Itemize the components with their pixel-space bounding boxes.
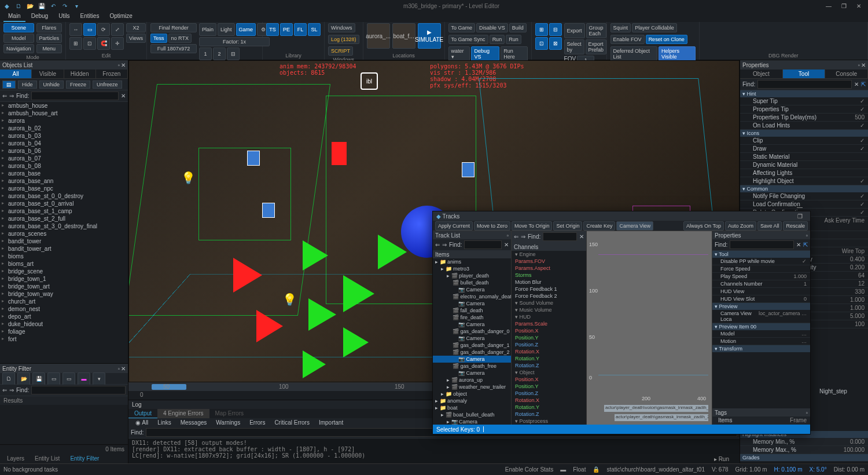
- tree-item[interactable]: aurora_b_02: [0, 125, 128, 132]
- rotate-icon[interactable]: ⟳: [97, 23, 110, 36]
- x2-button[interactable]: X2: [126, 23, 146, 32]
- channel-item[interactable]: Force Feedback 1: [512, 286, 586, 293]
- menu-main[interactable]: Main: [3, 12, 25, 22]
- next-icon[interactable]: ⇒: [9, 93, 14, 99]
- prop-row[interactable]: Super Tip✓: [740, 97, 868, 105]
- close-panel-icon[interactable]: ✕: [121, 62, 126, 68]
- tree-item[interactable]: aurora: [0, 117, 128, 125]
- prop-row[interactable]: Draw✓: [740, 145, 868, 153]
- tl-find-input[interactable]: [464, 240, 502, 249]
- ef5-icon[interactable]: ▭: [62, 372, 75, 385]
- close-icon[interactable]: ✕: [852, 1, 866, 10]
- pin-icon[interactable]: ▫: [117, 62, 120, 68]
- tree-item[interactable]: bridge_town_1: [0, 275, 128, 283]
- qat-undo-icon[interactable]: ↶: [49, 1, 58, 10]
- tracks-tb-button[interactable]: Save All: [757, 221, 782, 231]
- channel-item[interactable]: ▾ Engine: [512, 251, 586, 258]
- prop-row[interactable]: Highlight Object✓: [740, 177, 868, 185]
- filter-icon[interactable]: ▤: [2, 81, 16, 89]
- water-dropdown[interactable]: water ▾: [448, 46, 470, 61]
- ibl-icon[interactable]: ibl: [361, 72, 378, 90]
- channel-item[interactable]: ▾ Object: [512, 369, 586, 376]
- next-icon[interactable]: ⇒: [442, 242, 447, 248]
- tree-item[interactable]: aurora_b_06: [0, 147, 128, 155]
- objects-tree[interactable]: ambush_houseambush_house_artauroraaurora…: [0, 102, 128, 363]
- tracks-tb-button[interactable]: Camera View: [616, 221, 653, 231]
- tracks-tb-button[interactable]: Auto Zoom: [725, 221, 756, 231]
- log-filter[interactable]: Important: [315, 419, 347, 426]
- tree-item[interactable]: bridge_town_way: [0, 290, 128, 298]
- reset-clone-button[interactable]: Reset on Clone: [646, 35, 687, 44]
- tree-item[interactable]: aurora_base_ann: [0, 177, 128, 185]
- prop-row[interactable]: HUD View: [712, 288, 810, 295]
- g4-icon[interactable]: ⊠: [549, 37, 562, 50]
- prev-icon[interactable]: ⇐: [435, 242, 440, 248]
- track-item[interactable]: 🎬 bullet_death: [433, 279, 511, 286]
- qat-new-icon[interactable]: 🗋: [14, 1, 23, 10]
- move-icon[interactable]: ↔: [69, 23, 82, 36]
- tree-item[interactable]: aurora_b_08: [0, 162, 128, 170]
- tree-item[interactable]: aurora_b_07: [0, 155, 128, 162]
- track-item[interactable]: ▸ 📁 anims: [433, 258, 511, 265]
- tree-item[interactable]: bandit_tower: [0, 237, 128, 245]
- channel-item[interactable]: Params.Scale: [512, 320, 586, 327]
- prev-icon[interactable]: ⇐: [2, 93, 7, 99]
- tree-item[interactable]: demon_nest: [0, 305, 128, 313]
- log-filter[interactable]: Messages: [177, 419, 211, 426]
- track-item[interactable]: ▸ 📁 anomaly: [433, 397, 511, 404]
- track-item[interactable]: ▸ 🎬 boat_bullet_death: [433, 411, 511, 418]
- angle-value[interactable]: X: 5.0°: [810, 466, 827, 473]
- log-filter[interactable]: ◉ All: [132, 419, 152, 426]
- prop-row[interactable]: Static Material: [740, 153, 868, 161]
- ef4-icon[interactable]: ▭: [47, 372, 60, 385]
- ef6-icon[interactable]: ▬: [78, 372, 90, 385]
- tracks-window[interactable]: ◆ Tracks —❐✕ Apply CurrentMove to ZeroMo…: [432, 211, 811, 434]
- ef7-icon[interactable]: ▾: [93, 372, 105, 385]
- simulate-button[interactable]: ▶SIMULATE: [418, 23, 441, 49]
- track-item[interactable]: 🎬 gas_death_danger_2: [433, 349, 511, 356]
- clear-icon[interactable]: ✕: [854, 81, 859, 87]
- tree-item[interactable]: aurora_base_st_0_arrival: [0, 200, 128, 207]
- tree-item[interactable]: fort: [0, 335, 128, 343]
- channel-item[interactable]: Position.X: [512, 376, 586, 383]
- track-item[interactable]: ▸ 🎬 player_death: [433, 272, 511, 279]
- tree-item[interactable]: aurora_scenes: [0, 230, 128, 237]
- views-button[interactable]: Views: [126, 34, 146, 43]
- channel-item[interactable]: Force Feedback 2: [512, 293, 586, 299]
- entity-icon[interactable]: [247, 151, 260, 166]
- render-preset-dropdown[interactable]: Final Render: [150, 23, 197, 32]
- squint-button[interactable]: Squint: [610, 23, 631, 32]
- tree-item[interactable]: aurora_base_st_2_full: [0, 215, 128, 222]
- prop-tab-object[interactable]: Object: [740, 70, 783, 78]
- tracks-tb-button[interactable]: Set Origin: [553, 221, 582, 231]
- tree-item[interactable]: aurora_base_st_0_0_destroy: [0, 192, 128, 200]
- run-link[interactable]: Run: [719, 456, 729, 462]
- factor-dropdown[interactable]: Factor: 1x: [199, 37, 270, 46]
- mode-model[interactable]: Model: [3, 34, 34, 43]
- track-item[interactable]: 🎬 electro_anomaly_death: [433, 293, 511, 300]
- track-item[interactable]: 📷 Camera: [433, 300, 511, 307]
- script-button[interactable]: SCRIPT: [328, 46, 353, 56]
- run-button[interactable]: Run: [490, 35, 505, 44]
- track-item[interactable]: 📷 Camera: [433, 356, 511, 363]
- prop-row[interactable]: Camera View Localoc_actor_camera …: [712, 310, 810, 323]
- ef-find-input[interactable]: [31, 386, 126, 394]
- export-button[interactable]: Export: [564, 23, 585, 38]
- tess-button[interactable]: Tess: [150, 34, 167, 43]
- mode-scene[interactable]: Scene: [3, 23, 34, 32]
- tree-item[interactable]: aurora_b_04: [0, 140, 128, 147]
- channel-item[interactable]: ▾ Sound Volume: [512, 299, 586, 306]
- unfreeze-button[interactable]: Unfreeze: [93, 81, 122, 89]
- snap-icon[interactable]: ⊞: [69, 37, 82, 50]
- log-filter[interactable]: Errors: [246, 419, 269, 426]
- prop-row[interactable]: Properties Tip✓: [740, 105, 868, 114]
- lock-icon[interactable]: 🔒: [593, 466, 599, 473]
- tree-item[interactable]: aurora_base_npc: [0, 185, 128, 192]
- prop-row[interactable]: Dynamic Material: [740, 161, 868, 169]
- log-button[interactable]: Log (1328): [328, 35, 359, 44]
- bottom-tab[interactable]: Entity Filter: [65, 455, 104, 462]
- clear-icon[interactable]: ✕: [579, 233, 584, 240]
- magnet-icon[interactable]: 🧲: [97, 37, 110, 50]
- track-item[interactable]: 🎬 gas_death_danger_1: [433, 342, 511, 349]
- loc-aurora-button[interactable]: aurora_...: [367, 23, 390, 49]
